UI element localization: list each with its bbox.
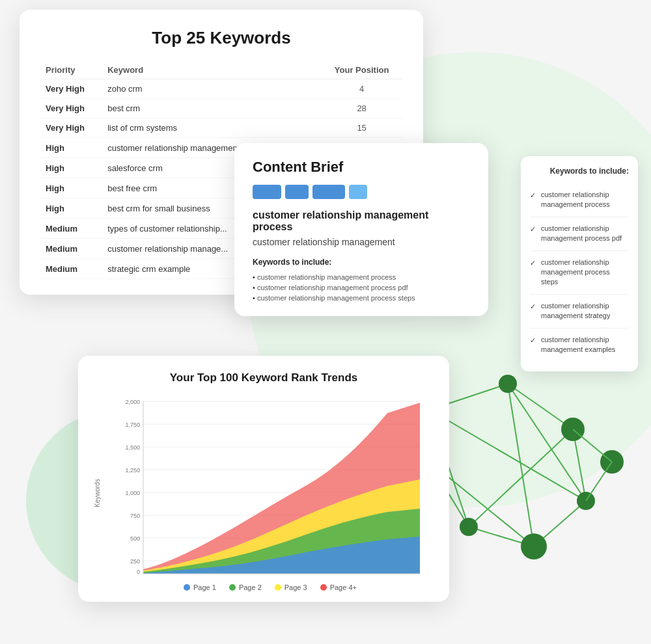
kw-include-items: ✓ customer relationship management proce… (530, 183, 629, 361)
legend-label-page1: Page 1 (193, 584, 216, 591)
kw-include-item: ✓ customer relationship management proce… (530, 183, 629, 217)
col-position: Your Position (321, 61, 402, 79)
svg-text:500: 500 (130, 535, 140, 542)
svg-point-17 (460, 518, 478, 536)
position-cell: 15 (321, 118, 402, 138)
content-brief-title: Content Brief (253, 159, 470, 176)
cb-main-title: customer relationship management process (253, 209, 470, 233)
svg-text:1,750: 1,750 (125, 422, 140, 428)
check-icon: ✓ (530, 336, 536, 345)
cb-toolbar-btn-4[interactable] (349, 185, 367, 199)
priority-cell: High (40, 198, 102, 219)
kw-include-text: customer relationship management process… (541, 258, 629, 288)
cb-toolbar (253, 185, 470, 199)
kw-include-item: ✓ customer relationship management strat… (530, 295, 629, 329)
cb-sub-title: customer relationship management (253, 237, 470, 247)
svg-point-16 (521, 533, 547, 559)
svg-line-11 (430, 410, 586, 501)
kw-include-text: customer relationship management process… (541, 224, 629, 244)
legend-page3: Page 3 (275, 584, 307, 591)
check-icon: ✓ (530, 191, 536, 200)
priority-cell: Very High (40, 99, 102, 118)
kw-include-text: customer relationship management strateg… (541, 301, 629, 321)
svg-text:1,250: 1,250 (125, 467, 140, 474)
chart-title: Your Top 100 Keyword Rank Trends (94, 371, 434, 384)
legend-label-page3: Page 3 (284, 584, 307, 591)
kw-include-item: ✓ customer relationship management proce… (530, 217, 629, 251)
cb-toolbar-btn-1[interactable] (253, 185, 281, 199)
svg-line-20 (573, 429, 612, 462)
position-cell: 4 (321, 79, 402, 99)
chart-legend: Page 1 Page 2 Page 3 Page 4+ (107, 584, 434, 591)
table-row: Very Highlist of crm systems15 (40, 118, 402, 138)
check-icon: ✓ (530, 302, 536, 312)
legend-page2: Page 2 (229, 584, 262, 591)
chart-area: Keywords 2,000 1,750 1,500 1, (94, 395, 434, 591)
cb-keywords-label: Keywords to include: (253, 258, 470, 267)
priority-cell: Medium (40, 219, 102, 239)
list-item: customer relationship management process… (253, 282, 470, 293)
cb-keywords-list: customer relationship management process… (253, 272, 470, 303)
svg-line-10 (508, 384, 534, 546)
legend-label-page4: Page 4+ (330, 584, 357, 591)
kw-include-text: customer relationship management example… (541, 335, 629, 355)
table-row: Very Highbest crm28 (40, 99, 402, 118)
priority-cell: High (40, 138, 102, 158)
legend-page4: Page 4+ (320, 584, 357, 591)
svg-point-13 (499, 375, 517, 393)
priority-cell: High (40, 158, 102, 178)
legend-dot-page2 (229, 584, 236, 591)
kw-include-item: ✓ customer relationship management proce… (530, 251, 629, 295)
y-axis-label: Keywords (94, 395, 104, 591)
svg-text:1,000: 1,000 (125, 490, 140, 496)
list-item: customer relationship management process… (253, 293, 470, 303)
priority-cell: Medium (40, 239, 102, 259)
svg-text:2,000: 2,000 (125, 399, 140, 405)
kw-include-item: ✓ customer relationship management examp… (530, 329, 629, 362)
svg-text:0: 0 (137, 569, 140, 575)
kw-include-text: customer relationship management process (541, 190, 629, 210)
legend-label-page2: Page 2 (239, 584, 262, 591)
priority-cell: High (40, 178, 102, 198)
table-row: Very Highzoho crm4 (40, 79, 402, 99)
keyword-cell: list of crm systems (102, 118, 321, 138)
svg-line-21 (586, 462, 612, 501)
svg-text:750: 750 (130, 513, 140, 519)
svg-line-1 (508, 384, 573, 429)
chart-card: Your Top 100 Keyword Rank Trends Keyword… (78, 356, 449, 602)
keyword-cell: zoho crm (102, 79, 321, 99)
priority-cell: Very High (40, 118, 102, 138)
svg-text:250: 250 (130, 558, 140, 565)
kw-include-title: Keywords to include: (530, 167, 629, 176)
keywords-card-title: Top 25 Keywords (40, 28, 402, 48)
legend-dot-page1 (184, 584, 190, 591)
legend-dot-page4 (320, 584, 327, 591)
chart-svg: 2,000 1,750 1,500 1,250 1,000 750 500 25… (107, 395, 434, 577)
keyword-cell: best crm (102, 99, 321, 118)
content-brief-card: Content Brief customer relationship mana… (234, 143, 488, 316)
cb-toolbar-btn-3[interactable] (312, 185, 345, 199)
chart-inner: 2,000 1,750 1,500 1,250 1,000 750 500 25… (107, 395, 434, 591)
priority-cell: Very High (40, 79, 102, 99)
col-keyword: Keyword (102, 61, 321, 79)
cb-toolbar-btn-2[interactable] (285, 185, 309, 199)
svg-text:1,500: 1,500 (125, 444, 140, 451)
check-icon: ✓ (530, 224, 536, 234)
position-cell: 28 (321, 99, 402, 118)
list-item: customer relationship management process (253, 272, 470, 282)
check-icon: ✓ (530, 258, 536, 268)
legend-page1: Page 1 (184, 584, 216, 591)
svg-line-8 (469, 429, 573, 527)
kw-include-card: Keywords to include: ✓ customer relation… (521, 156, 638, 371)
col-priority: Priority (40, 61, 102, 79)
legend-dot-page3 (275, 584, 281, 591)
svg-line-7 (508, 384, 586, 501)
priority-cell: Medium (40, 259, 102, 279)
